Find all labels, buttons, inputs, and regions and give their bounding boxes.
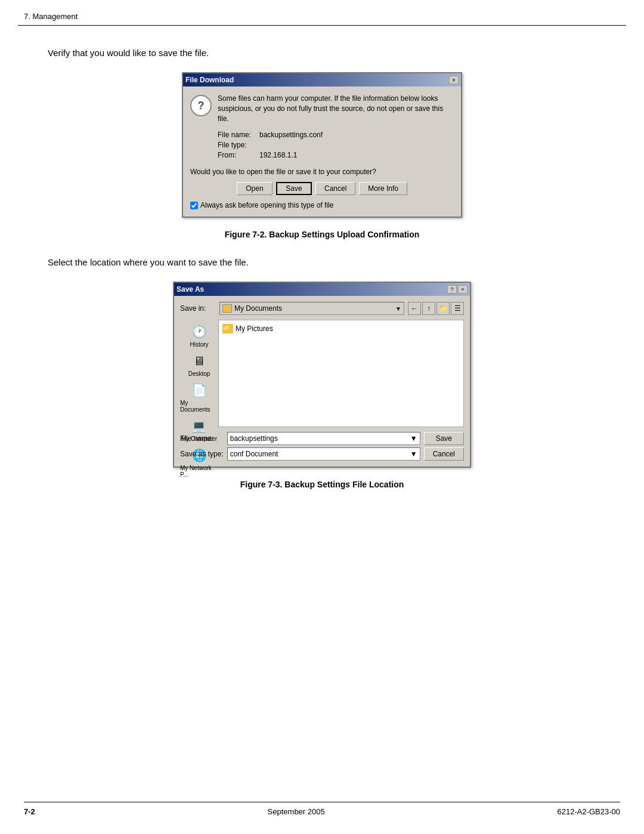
more-info-button[interactable]: More Info [359, 182, 407, 195]
save-as-titlebar: Save As ? × [174, 283, 470, 296]
places-sidebar: 🕐 History 🖥 Desktop 📄 My Documents 💻 My … [180, 320, 219, 427]
footer-date: September 2005 [268, 807, 325, 816]
from-value: 192.168.1.1 [259, 151, 297, 159]
dropdown-arrow-icon: ▼ [395, 305, 401, 312]
file-download-titlebar: File Download × [183, 73, 461, 87]
footer-doc-number: 6212-A2-GB23-00 [557, 807, 620, 816]
page-footer: 7-2 September 2005 6212-A2-GB23-00 [24, 802, 620, 816]
save-in-value: My Documents [234, 304, 282, 313]
save-in-dropdown-inner: My Documents [222, 304, 282, 313]
save-as-type-value: conf Document [230, 450, 278, 458]
select-paragraph: Select the location where you want to sa… [48, 257, 596, 267]
network-label: My Network P... [180, 465, 218, 478]
save-in-dropdown[interactable]: My Documents ▼ [219, 302, 404, 315]
file-name-value: backupsettings.conf [259, 131, 323, 139]
save-as-type-input[interactable]: conf Document ▼ [227, 447, 420, 461]
always-ask-checkbox[interactable] [190, 202, 198, 209]
folder-icon-my-pictures: 📁 [222, 324, 233, 333]
save-in-label: Save in: [180, 304, 216, 313]
save-as-title: Save As [177, 285, 204, 294]
main-content: Verify that you would like to save the f… [0, 36, 644, 507]
save-as-body: Save in: My Documents ▼ ← ↑ 📁 ☰ [174, 296, 470, 467]
saveas-cancel-button[interactable]: Cancel [424, 447, 464, 461]
toolbar-icons: ← ↑ 📁 ☰ [408, 302, 464, 315]
warning-icon: ? [190, 95, 212, 116]
views-button[interactable]: ☰ [451, 302, 464, 315]
file-list-area: 📁 My Pictures [219, 320, 464, 427]
help-button[interactable]: ? [447, 285, 457, 294]
file-name-input[interactable]: backupsettings ▼ [227, 432, 420, 445]
sidebar-my-documents[interactable]: 📄 My Documents [180, 382, 218, 413]
saveas-save-button[interactable]: Save [424, 432, 464, 445]
file-type-label: File type: [218, 141, 259, 149]
footer-page-number: 7-2 [24, 807, 35, 816]
my-documents-label: My Documents [180, 400, 218, 413]
warning-text: Some files can harm your computer. If th… [218, 94, 454, 123]
section-header: 7. Management [24, 12, 78, 21]
my-documents-icon: 📄 [190, 382, 209, 399]
folder-icon [222, 304, 232, 313]
file-name-my-pictures: My Pictures [236, 325, 273, 333]
from-row: From: 192.168.1.1 [218, 151, 454, 159]
figure2-caption: Figure 7-2. Backup Settings Upload Confi… [48, 230, 596, 239]
file-name-dropdown-arrow: ▼ [410, 434, 417, 443]
warning-row: ? Some files can harm your computer. If … [190, 94, 454, 123]
file-type-row: File type: [218, 141, 454, 149]
intro-paragraph: Verify that you would like to save the f… [48, 48, 596, 58]
file-info-section: File name: backupsettings.conf File type… [218, 131, 454, 159]
save-as-type-label: Save as type: [180, 450, 224, 458]
history-icon: 🕐 [190, 323, 209, 340]
save-as-fields: File name: backupsettings ▼ Save Save as… [180, 432, 464, 461]
save-as-dialog: Save As ? × Save in: My Documents ▼ ← [173, 282, 471, 468]
checkbox-label: Always ask before opening this type of f… [200, 201, 333, 209]
save-in-row: Save in: My Documents ▼ ← ↑ 📁 ☰ [180, 302, 464, 315]
checkbox-row: Always ask before opening this type of f… [190, 201, 454, 209]
save-as-type-arrow: ▼ [410, 450, 417, 458]
file-name-label: File name: [180, 434, 224, 443]
header-divider [18, 25, 626, 26]
cancel-button[interactable]: Cancel [315, 182, 355, 195]
history-label: History [190, 341, 208, 348]
open-button[interactable]: Open [237, 182, 273, 195]
figure3-caption: Figure 7-3. Backup Settings File Locatio… [48, 480, 596, 489]
save-as-main-area: 🕐 History 🖥 Desktop 📄 My Documents 💻 My … [180, 320, 464, 427]
from-label: From: [218, 151, 259, 159]
sidebar-desktop[interactable]: 🖥 Desktop [188, 353, 210, 377]
sidebar-history[interactable]: 🕐 History [190, 323, 209, 348]
file-download-close-button[interactable]: × [449, 76, 459, 84]
file-download-dialog: File Download × ? Some files can harm yo… [182, 72, 462, 218]
save-button[interactable]: Save [276, 182, 312, 195]
dialog-buttons: Open Save Cancel More Info [190, 182, 454, 195]
file-name-row: File name: backupsettings.conf [218, 131, 454, 139]
file-name-input-value: backupsettings [230, 434, 278, 443]
new-folder-button[interactable]: 📁 [436, 302, 450, 315]
desktop-label: Desktop [188, 370, 210, 377]
file-download-title: File Download [185, 76, 234, 84]
file-item-my-pictures[interactable]: 📁 My Pictures [222, 324, 460, 333]
back-button[interactable]: ← [408, 302, 421, 315]
file-name-label: File name: [218, 131, 259, 139]
saveas-close-button[interactable]: × [458, 285, 467, 294]
desktop-icon: 🖥 [190, 353, 209, 369]
my-computer-icon: 💻 [190, 418, 209, 434]
up-folder-button[interactable]: ↑ [422, 302, 435, 315]
titlebar-buttons: ? × [447, 285, 467, 294]
dialog-question: Would you like to open the file or save … [190, 168, 454, 176]
file-download-body: ? Some files can harm your computer. If … [183, 87, 461, 217]
